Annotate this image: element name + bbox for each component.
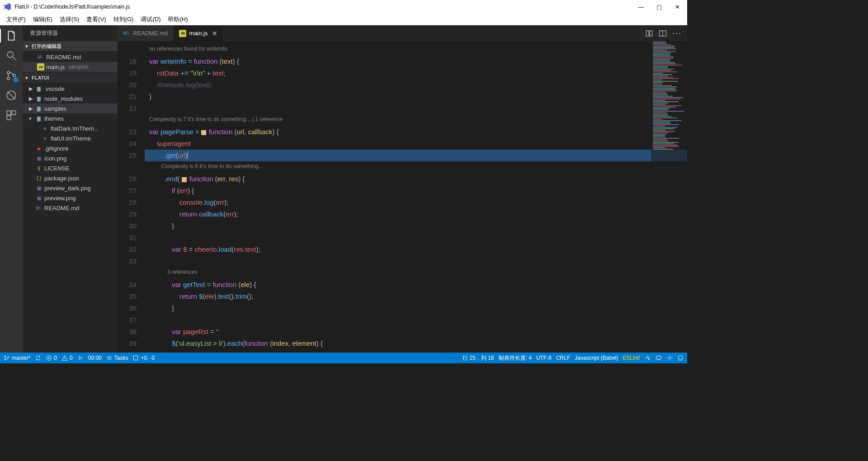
status-errors[interactable]: 0 [46,355,57,361]
status-diff[interactable]: +0, -0 [132,355,155,361]
window-title: FlatUI - D:\Code\NodeJs\FlatUI\samples\m… [14,4,635,10]
file-icon: ▇ [35,105,42,112]
file-icon: ◆ [35,145,42,152]
status-debug-start[interactable] [77,355,84,361]
status-encoding[interactable]: UTF-8 [536,355,552,361]
open-editor-item[interactable]: M↓README.md [23,52,118,62]
tree-item[interactable]: { }package.json [23,173,118,183]
sidebar-title: 资源管理器 [23,25,118,41]
tree-item[interactable]: ▦preview_dark.png [23,183,118,193]
status-eslint[interactable]: ESLint! [623,355,640,361]
menu-select[interactable]: 选择(S) [57,14,82,24]
status-branch[interactable]: master* [4,355,30,361]
svg-point-0 [7,52,13,57]
project-header[interactable]: ▾FLATUI [23,73,118,83]
tab-actions: ··· [640,25,687,41]
menu-edit[interactable]: 编辑(E) [30,14,55,24]
file-label: package.json [44,175,79,182]
status-feedback-icon[interactable] [656,355,662,361]
code-content[interactable]: no references found for writeInfovar wri… [145,41,687,353]
tree-item[interactable]: §LICENSE [23,163,118,173]
menu-view[interactable]: 查看(V) [84,14,108,24]
file-label: main.js [46,64,65,71]
activity-search[interactable] [5,50,17,61]
tree-item[interactable]: ▶▇samples [23,103,118,113]
status-smile-icon[interactable] [677,355,684,361]
svg-point-12 [5,359,6,360]
tree-item[interactable]: ◆.gitignore [23,143,118,153]
tree-item[interactable]: ▦icon.png [23,153,118,163]
activity-debug[interactable] [5,89,17,101]
tree-item[interactable]: ▶▇node_modules [23,94,118,103]
svg-rect-8 [646,31,649,36]
file-label: preview.png [44,195,75,202]
editor-tab[interactable]: M↓README.md [118,25,174,41]
activity-explorer[interactable] [5,30,17,42]
split-icon[interactable] [659,29,667,38]
menu-goto[interactable]: 转到(G) [111,14,137,24]
svg-rect-16 [656,356,661,359]
status-time[interactable]: 00:00 [88,355,102,361]
minimap[interactable] [651,41,687,353]
file-icon: ▦ [35,194,42,202]
menu-help[interactable]: 帮助(H) [165,14,190,24]
file-icon: M↓ [123,30,130,37]
file-tree: ▶▇.vscode▶▇node_modules▶▇samples▾▇themes… [23,83,118,214]
vs-logo-icon [4,3,11,10]
open-editors-header[interactable]: ▾打开的编辑器 [23,41,118,51]
status-settings-icon[interactable] [666,355,673,361]
file-path: samples [68,64,89,70]
tree-item[interactable]: M↓README.md [23,203,118,213]
sidebar: 资源管理器 ▾打开的编辑器 M↓README.mdJSmain.jssample… [23,25,118,353]
menu-debug[interactable]: 调试(D) [138,14,163,24]
file-icon: § [35,165,42,172]
activity-extensions[interactable] [5,109,17,121]
activity-scm[interactable]: 1 [5,70,17,81]
svg-rect-9 [650,31,652,36]
svg-point-17 [669,357,670,359]
tab-label: README.md [133,30,168,37]
scm-badge: 1 [13,77,19,82]
close-button[interactable]: ✕ [671,4,684,10]
status-cursor-pos[interactable]: 行 25，列 18 [462,354,494,362]
editor-tab[interactable]: JSmain.js✕ [174,25,223,41]
chevron-icon: ▶ [29,96,33,102]
more-icon[interactable]: ··· [672,28,682,38]
file-label: .gitignore [44,145,68,152]
status-eol[interactable]: CRLF [556,355,570,361]
file-label: preview_dark.png [44,185,91,192]
line-gutter: 1819202122232425262728293031323334353637… [118,41,145,353]
status-sync[interactable] [35,355,41,361]
status-tasks[interactable]: Tasks [106,355,128,361]
status-tabsize[interactable]: 制表符长度: 4 [499,354,532,362]
tree-item[interactable]: ▶▇.vscode [23,84,118,94]
menu-file[interactable]: 文件(F) [4,14,28,24]
close-icon[interactable]: ✕ [212,30,217,37]
minimize-button[interactable]: — [635,4,647,10]
status-bar: master* 0 0 00:00 Tasks +0, -0 行 25，列 18… [0,353,687,363]
maximize-button[interactable]: ▢ [653,4,665,10]
file-label: samples [44,105,66,112]
file-label: README.md [44,205,79,212]
tree-item[interactable]: ▦preview.png [23,193,118,203]
file-icon: ▇ [35,95,42,102]
file-icon: ▇ [35,85,42,92]
tree-item[interactable]: ≡flatDark.tmThem.. [23,123,118,133]
open-editors-list: M↓README.mdJSmain.jssamples [23,51,118,73]
tree-item[interactable]: ≡flatUI.tmTheme [23,133,118,143]
tree-item[interactable]: ▾▇themes [23,113,118,123]
svg-point-3 [13,74,15,76]
chevron-icon: ▾ [29,116,33,122]
open-editor-item[interactable]: JSmain.jssamples [23,62,118,72]
file-icon: ≡ [42,125,49,132]
compare-icon[interactable] [645,29,653,38]
code-editor[interactable]: 1819202122232425262728293031323334353637… [118,41,687,353]
svg-point-18 [678,356,683,361]
chevron-icon: ▶ [29,106,33,112]
status-warnings[interactable]: 0 [61,355,73,361]
svg-rect-15 [134,356,138,360]
file-icon: ▦ [35,184,42,192]
file-label: themes [44,115,64,122]
status-prettier-icon[interactable] [645,355,651,361]
status-language[interactable]: Javascript (Babel) [575,355,618,361]
